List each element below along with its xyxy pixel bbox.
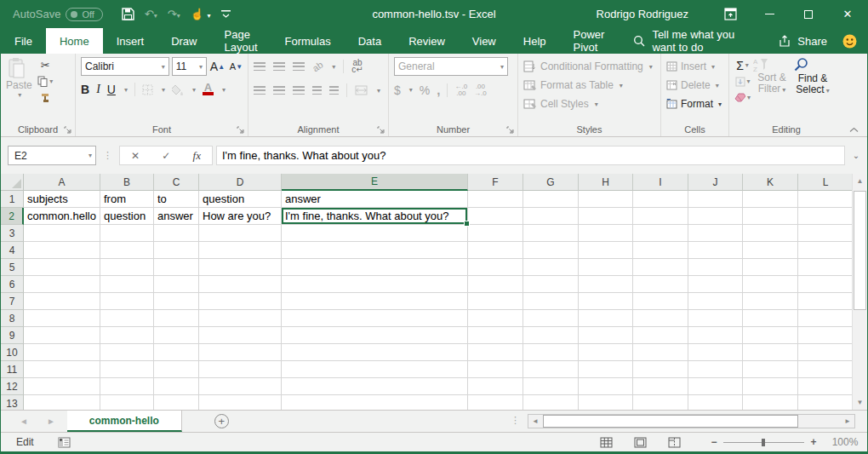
cell-K3[interactable] [743, 225, 798, 242]
cell-C2[interactable]: answer [154, 208, 199, 225]
cell-F3[interactable] [468, 225, 523, 242]
cell-H9[interactable] [579, 327, 633, 344]
percent-style-icon[interactable]: % [420, 83, 430, 97]
page-break-preview-icon[interactable] [657, 437, 691, 448]
cell-I11[interactable] [633, 361, 688, 378]
cell-E4[interactable] [282, 242, 468, 259]
column-header-B[interactable]: B [100, 174, 154, 191]
cell-E11[interactable] [282, 361, 468, 378]
fill-color-icon[interactable] [172, 84, 184, 95]
cell-J13[interactable] [688, 395, 743, 410]
cell-L4[interactable] [798, 242, 854, 259]
formula-bar-handle[interactable]: ⋮ [103, 150, 112, 161]
autosum-button[interactable]: Σ▾ [734, 57, 751, 73]
cell-F4[interactable] [468, 242, 523, 259]
cell-E10[interactable] [282, 344, 468, 361]
cell-I8[interactable] [633, 310, 688, 327]
row-header-13[interactable]: 13 [1, 395, 24, 410]
cell-D5[interactable] [199, 259, 282, 276]
cell-J9[interactable] [688, 327, 743, 344]
close-button[interactable]: ✕ [828, 0, 867, 28]
cell-J11[interactable] [688, 361, 743, 378]
cell-I4[interactable] [633, 242, 688, 259]
cell-B13[interactable] [100, 395, 154, 410]
format-cells-button[interactable]: Format ▾ [666, 95, 725, 113]
cell-C13[interactable] [154, 395, 199, 410]
feedback-smiley-icon[interactable] [842, 34, 857, 49]
cell-B11[interactable] [100, 361, 154, 378]
row-header-2[interactable]: 2 [1, 208, 24, 225]
cell-G1[interactable] [523, 191, 579, 208]
tell-me-search[interactable]: Tell me what you want to do [621, 28, 764, 54]
italic-button[interactable]: I [96, 83, 100, 96]
row-header-9[interactable]: 9 [1, 327, 24, 344]
cell-I9[interactable] [633, 327, 688, 344]
cell-B5[interactable] [100, 259, 154, 276]
column-header-A[interactable]: A [24, 174, 100, 191]
cell-E3[interactable] [282, 225, 468, 242]
cell-D4[interactable] [199, 242, 282, 259]
cell-K5[interactable] [743, 259, 798, 276]
number-format-select[interactable]: General ▾ [394, 57, 508, 76]
autosave-toggle[interactable]: AutoSave Off [13, 8, 103, 21]
delete-cells-button[interactable]: Delete ▾ [666, 76, 725, 95]
collapse-ribbon-icon[interactable] [849, 127, 859, 133]
tab-power-pivot[interactable]: Power Pivot [560, 28, 619, 54]
cell-C6[interactable] [154, 276, 199, 293]
cell-G3[interactable] [523, 225, 579, 242]
previous-sheet-icon[interactable]: ◄ [20, 417, 28, 426]
top-align-icon[interactable] [254, 62, 266, 71]
cell-D3[interactable] [199, 225, 282, 242]
cell-D7[interactable] [199, 293, 282, 310]
cell-G6[interactable] [523, 276, 579, 293]
cell-G12[interactable] [523, 378, 579, 395]
tab-file[interactable]: File [1, 28, 46, 54]
tab-view[interactable]: View [459, 28, 510, 54]
cell-A12[interactable] [24, 378, 100, 395]
cell-I13[interactable] [633, 395, 688, 410]
cell-K8[interactable] [743, 310, 798, 327]
cell-H3[interactable] [579, 225, 633, 242]
cell-I2[interactable] [633, 208, 688, 225]
cell-B4[interactable] [100, 242, 154, 259]
column-header-K[interactable]: K [743, 174, 798, 191]
save-icon[interactable] [122, 8, 134, 20]
cell-I6[interactable] [633, 276, 688, 293]
cancel-entry-icon[interactable]: ✕ [131, 150, 140, 162]
cell-B6[interactable] [100, 276, 154, 293]
row-header-3[interactable]: 3 [1, 225, 24, 242]
row-header-11[interactable]: 11 [1, 361, 24, 378]
decrease-decimal-icon[interactable]: .00→.0 [474, 83, 487, 97]
cell-B8[interactable] [100, 310, 154, 327]
user-name[interactable]: Rodrigo Rodriguez [574, 8, 711, 20]
cell-C1[interactable]: to [154, 191, 199, 208]
row-header-6[interactable]: 6 [1, 276, 24, 293]
cell-C7[interactable] [154, 293, 199, 310]
cell-H6[interactable] [579, 276, 633, 293]
cell-D1[interactable]: question [199, 191, 282, 208]
column-header-D[interactable]: D [199, 174, 282, 191]
cell-L6[interactable] [798, 276, 854, 293]
enter-entry-icon[interactable]: ✓ [162, 150, 170, 162]
macro-record-icon[interactable] [58, 437, 71, 448]
cell-J8[interactable] [688, 310, 743, 327]
cell-L3[interactable] [798, 225, 854, 242]
cell-G4[interactable] [523, 242, 579, 259]
bottom-align-icon[interactable] [293, 62, 305, 71]
cell-L10[interactable] [798, 344, 854, 361]
tab-insert[interactable]: Insert [103, 28, 158, 54]
row-header-8[interactable]: 8 [1, 310, 24, 327]
undo-icon[interactable]: ↶▾ [145, 8, 157, 20]
column-header-J[interactable]: J [688, 174, 743, 191]
conditional-formatting-button[interactable]: Conditional Formatting ▾ [523, 57, 657, 76]
cell-C5[interactable] [154, 259, 199, 276]
column-header-I[interactable]: I [633, 174, 688, 191]
tab-home[interactable]: Home [46, 28, 103, 54]
cell-I10[interactable] [633, 344, 688, 361]
cell-H11[interactable] [579, 361, 633, 378]
cell-J6[interactable] [688, 276, 743, 293]
cell-L13[interactable] [798, 395, 854, 410]
cell-G11[interactable] [523, 361, 579, 378]
merge-center-icon[interactable] [355, 85, 368, 95]
cell-I1[interactable] [633, 191, 688, 208]
